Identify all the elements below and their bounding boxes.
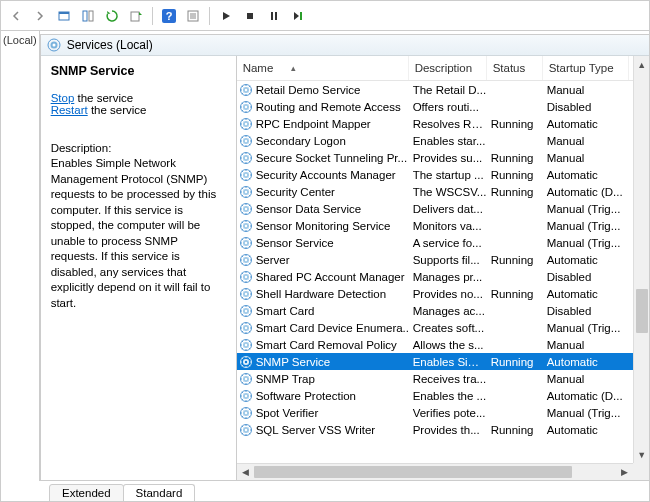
header-name[interactable]: Name▴ [237, 56, 409, 80]
svg-point-20 [244, 88, 246, 90]
tab-extended[interactable]: Extended [49, 484, 124, 502]
showhide-button[interactable] [77, 5, 99, 27]
service-startup: Manual [543, 152, 629, 164]
service-name: Spot Verifier [256, 407, 319, 419]
service-startup: Manual [543, 373, 629, 385]
vertical-scrollbar[interactable]: ▲ ▼ [633, 56, 650, 463]
service-row[interactable]: Security Accounts ManagerThe startup ...… [237, 166, 650, 183]
scroll-right-icon[interactable]: ▶ [616, 464, 633, 480]
service-icon [239, 287, 253, 301]
service-desc: Enables Sim... [409, 356, 487, 368]
service-icon [239, 168, 253, 182]
list-rows[interactable]: Retail Demo ServiceThe Retail D...Manual… [237, 81, 650, 480]
service-row[interactable]: Sensor Data ServiceDelivers dat...Manual… [237, 200, 650, 217]
service-desc: Receives tra... [409, 373, 487, 385]
service-startup: Automatic [543, 169, 629, 181]
service-row[interactable]: Shared PC Account ManagerManages pr...Di… [237, 268, 650, 285]
description-label: Description: [51, 142, 226, 154]
header-description[interactable]: Description [409, 56, 487, 80]
service-desc: Provides su... [409, 152, 487, 164]
svg-point-29 [244, 139, 246, 141]
service-row[interactable]: Smart Card Removal PolicyAllows the s...… [237, 336, 650, 353]
refresh-button[interactable] [101, 5, 123, 27]
service-desc: Manages ac... [409, 305, 487, 317]
svg-rect-4 [131, 12, 139, 21]
header-startup[interactable]: Startup Type [543, 56, 629, 80]
service-row[interactable]: Security CenterThe WSCSV...RunningAutoma… [237, 183, 650, 200]
service-name: SQL Server VSS Writer [256, 424, 376, 436]
scroll-up-icon[interactable]: ▲ [634, 56, 650, 73]
service-row[interactable]: Retail Demo ServiceThe Retail D...Manual [237, 81, 650, 98]
tab-standard[interactable]: Standard [123, 484, 196, 502]
scroll-track[interactable] [634, 73, 650, 446]
service-icon [239, 321, 253, 335]
service-row[interactable]: SQL Server VSS WriterProvides th...Runni… [237, 421, 650, 438]
service-startup: Manual (Trig... [543, 220, 629, 232]
tree-pane[interactable]: (Local) [1, 31, 40, 481]
hscroll-track[interactable] [254, 464, 616, 480]
service-desc: Enables star... [409, 135, 487, 147]
service-startup: Manual [543, 84, 629, 96]
forward-button[interactable] [29, 5, 51, 27]
svg-point-35 [244, 173, 246, 175]
service-name: Retail Demo Service [256, 84, 361, 96]
service-row[interactable]: Shell Hardware DetectionProvides no...Ru… [237, 285, 650, 302]
tree-node-local[interactable]: (Local) [3, 34, 37, 46]
service-row[interactable]: Secondary LogonEnables star...Manual [237, 132, 650, 149]
stop-service-link[interactable]: Stop [51, 92, 75, 104]
service-row[interactable]: Software ProtectionEnables the ...Automa… [237, 387, 650, 404]
properties-button[interactable] [182, 5, 204, 27]
service-row[interactable]: ServerSupports fil...RunningAutomatic [237, 251, 650, 268]
service-row[interactable]: Sensor Monitoring ServiceMonitors va...M… [237, 217, 650, 234]
horizontal-scrollbar[interactable]: ◀ ▶ [237, 463, 633, 480]
service-startup: Automatic [543, 424, 629, 436]
list-header: Name▴ Description Status Startup Type ⌃ [237, 56, 650, 81]
svg-point-17 [52, 44, 55, 47]
service-row[interactable]: Sensor ServiceA service fo...Manual (Tri… [237, 234, 650, 251]
service-startup: Manual (Trig... [543, 237, 629, 249]
service-row[interactable]: Spot VerifierVerifies pote...Manual (Tri… [237, 404, 650, 421]
detail-pane: SNMP Service Stop the service Restart th… [41, 56, 237, 480]
service-row[interactable]: Smart Card Device Enumera...Creates soft… [237, 319, 650, 336]
scroll-down-icon[interactable]: ▼ [634, 446, 650, 463]
service-desc: Resolves RP... [409, 118, 487, 130]
up-button[interactable] [53, 5, 75, 27]
hscroll-thumb[interactable] [254, 466, 573, 478]
service-startup: Manual [543, 135, 629, 147]
stop-suffix: the service [74, 92, 133, 104]
restart-button[interactable] [287, 5, 309, 27]
svg-rect-2 [83, 11, 87, 21]
stop-button[interactable] [239, 5, 261, 27]
service-name: Sensor Service [256, 237, 334, 249]
service-row[interactable]: SNMP TrapReceives tra...Manual [237, 370, 650, 387]
service-row[interactable]: Secure Socket Tunneling Pr...Provides su… [237, 149, 650, 166]
sort-indicator-icon: ▴ [291, 63, 296, 73]
start-button[interactable] [215, 5, 237, 27]
help-button[interactable]: ? [158, 5, 180, 27]
export-button[interactable] [125, 5, 147, 27]
service-name: Shell Hardware Detection [256, 288, 386, 300]
svg-point-26 [244, 122, 246, 124]
restart-service-link[interactable]: Restart [51, 104, 88, 116]
svg-rect-12 [271, 12, 273, 20]
header-status[interactable]: Status [487, 56, 543, 80]
content-title: Services (Local) [67, 38, 153, 52]
service-startup: Manual (Trig... [543, 203, 629, 215]
service-row[interactable]: Smart CardManages ac...Disabled [237, 302, 650, 319]
separator [152, 7, 153, 25]
service-name: Software Protection [256, 390, 356, 402]
service-row[interactable]: Routing and Remote AccessOffers routi...… [237, 98, 650, 115]
scroll-thumb[interactable] [636, 289, 648, 333]
service-row[interactable]: RPC Endpoint MapperResolves RP...Running… [237, 115, 650, 132]
svg-point-77 [244, 411, 246, 413]
svg-point-56 [244, 292, 246, 294]
scroll-left-icon[interactable]: ◀ [237, 464, 254, 480]
service-row[interactable]: SNMP ServiceEnables Sim...RunningAutomat… [237, 353, 650, 370]
restart-suffix: the service [88, 104, 147, 116]
back-button[interactable] [5, 5, 27, 27]
service-startup: Manual (Trig... [543, 322, 629, 334]
service-icon [239, 185, 253, 199]
service-name: Sensor Data Service [256, 203, 361, 215]
pause-button[interactable] [263, 5, 285, 27]
service-desc: Creates soft... [409, 322, 487, 334]
